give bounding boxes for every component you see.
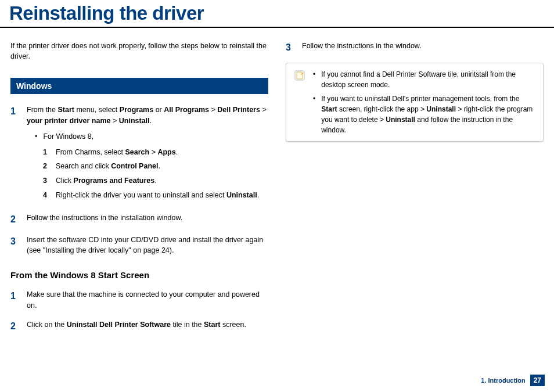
step-number: 1 — [10, 289, 19, 311]
text: > — [209, 106, 217, 114]
step-body: Make sure that the machine is connected … — [27, 289, 268, 311]
text: . — [150, 117, 152, 125]
step-body: Follow the instructions in the window. — [302, 41, 544, 55]
windows-step-3: 3 Insert the software CD into your CD/DV… — [10, 235, 268, 257]
sub-step-number: 1 — [43, 147, 50, 158]
sub-step-3: 3Click Programs and Features. — [43, 175, 268, 186]
sub-step-number: 4 — [43, 190, 50, 201]
note-text: If you cannot find a Dell Printer Softwa… — [321, 69, 536, 90]
note-item: • If you cannot find a Dell Printer Soft… — [313, 69, 536, 90]
sub-step-text: Click Programs and Features. — [56, 175, 157, 186]
bold: your printer driver name — [27, 117, 111, 125]
step-body: Click on the Uninstall Dell Printer Soft… — [27, 319, 268, 333]
bullet-icon: • — [35, 131, 37, 142]
sub-step-1: 1From Charms, select Search > Apps. — [43, 147, 268, 158]
right-step-3: 3 Follow the instructions in the window. — [286, 41, 544, 55]
left-column: If the printer driver does not work prop… — [10, 41, 268, 341]
page-number: 27 — [530, 375, 545, 386]
bullet-icon: • — [313, 93, 315, 135]
section-heading-windows: Windows — [10, 78, 268, 94]
intro-text: If the printer driver does not work prop… — [10, 41, 268, 62]
footer-chapter: 1. Introduction — [481, 377, 525, 384]
page-footer: 1. Introduction 27 — [481, 375, 545, 386]
text: From the — [27, 106, 58, 114]
bold: Uninstall — [119, 117, 150, 125]
step-number: 1 — [10, 105, 19, 204]
sub-step-4: 4Right-click the driver you want to unin… — [43, 190, 268, 201]
note-box: • If you cannot find a Dell Printer Soft… — [286, 63, 544, 142]
sub-step-2: 2Search and click Control Panel. — [43, 161, 268, 172]
sub-steps: 1From Charms, select Search > Apps. 2Sea… — [43, 147, 268, 201]
right-column: 3 Follow the instructions in the window.… — [286, 41, 544, 341]
page-title: Reinstalling the driver — [0, 0, 554, 28]
text: > — [111, 117, 119, 125]
sub-bullet-text: For Windows 8, — [43, 131, 93, 142]
sub-step-text: From Charms, select Search > Apps. — [56, 147, 178, 158]
note-icon — [293, 69, 306, 82]
step-number: 2 — [10, 213, 19, 226]
sub-step-number: 3 — [43, 175, 50, 186]
subheading-win8: From the Windows 8 Start Screen — [10, 270, 268, 280]
bold: Dell Printers — [217, 106, 260, 114]
bullet-icon: • — [313, 69, 315, 90]
bold: All Programs — [164, 106, 209, 114]
windows-step-2: 2 Follow the instructions in the install… — [10, 213, 268, 226]
step-body: From the Start menu, select Programs or … — [27, 105, 268, 204]
sub-step-text: Right-click the driver you want to unins… — [56, 190, 259, 201]
note-list: • If you cannot find a Dell Printer Soft… — [313, 69, 536, 135]
bold: Start — [58, 106, 74, 114]
windows-step-1: 1 From the Start menu, select Programs o… — [10, 105, 268, 204]
content-columns: If the printer driver does not work prop… — [0, 41, 554, 341]
sub-step-number: 2 — [43, 161, 50, 172]
sub-step-text: Search and click Control Panel. — [56, 161, 160, 172]
step-body: Follow the instructions in the installat… — [27, 213, 268, 226]
text: menu, select — [74, 106, 120, 114]
text: or — [153, 106, 164, 114]
step-number: 2 — [10, 319, 19, 333]
step-number: 3 — [10, 235, 19, 257]
bold: Programs — [120, 106, 153, 114]
text: > — [260, 106, 267, 114]
step-body: Insert the software CD into your CD/DVD … — [27, 235, 268, 257]
note-text: If you want to uninstall Dell's printer … — [321, 93, 536, 135]
win8-step-1: 1 Make sure that the machine is connecte… — [10, 289, 268, 311]
note-item: • If you want to uninstall Dell's printe… — [313, 93, 536, 135]
step-number: 3 — [286, 41, 294, 55]
win8-step-2: 2 Click on the Uninstall Dell Printer So… — [10, 319, 268, 333]
sub-bullet: • For Windows 8, — [35, 131, 268, 142]
